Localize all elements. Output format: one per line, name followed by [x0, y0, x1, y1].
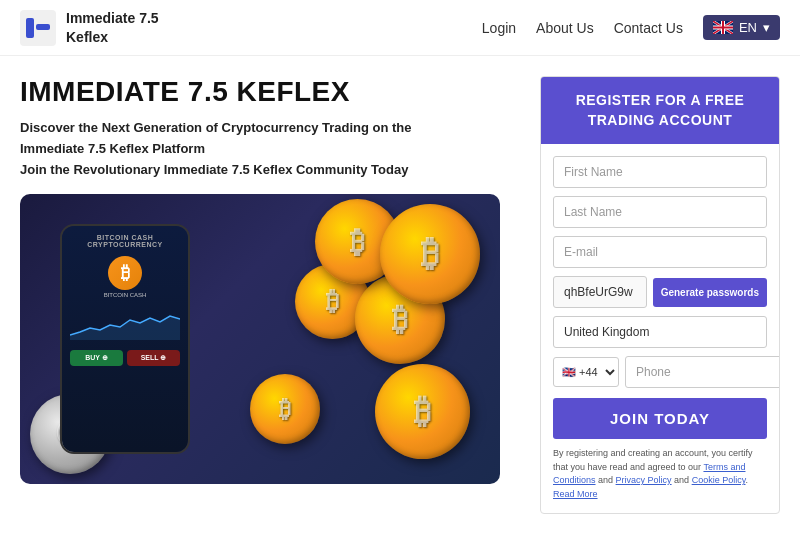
generate-password-button[interactable]: Generate passwords — [653, 278, 767, 307]
header: Immediate 7.5 Keflex Login About Us Cont… — [0, 0, 800, 56]
phone-screen-title: BITCOIN CASHCRYPTOCURRENCY — [70, 234, 180, 248]
privacy-policy-link[interactable]: Privacy Policy — [616, 475, 672, 485]
password-row: qhBfeUrG9w Generate passwords — [553, 276, 767, 308]
password-value: qhBfeUrG9w — [553, 276, 647, 308]
language-selector[interactable]: EN ▾ — [703, 15, 780, 40]
uk-flag-icon — [713, 21, 733, 34]
registration-form: REGISTER FOR A FREE TRADING ACCOUNT qhBf… — [540, 76, 780, 514]
crypto-hero-image: BITCOIN CASHCRYPTOCURRENCY ₿ BITCOIN CAS… — [20, 194, 500, 484]
first-name-input[interactable] — [553, 156, 767, 188]
svg-rect-11 — [713, 27, 733, 29]
read-more-link[interactable]: Read More — [553, 489, 598, 499]
country-field-wrapper: United Kingdom United States Germany Fra… — [553, 316, 767, 348]
bitcoin-coin-6: ₿ — [250, 374, 320, 444]
form-body: qhBfeUrG9w Generate passwords United Kin… — [541, 144, 779, 513]
phone-input[interactable] — [625, 356, 780, 388]
cookie-policy-link[interactable]: Cookie Policy — [692, 475, 746, 485]
form-title: REGISTER FOR A FREE TRADING ACCOUNT — [541, 77, 779, 144]
phone-mockup: BITCOIN CASHCRYPTOCURRENCY ₿ BITCOIN CAS… — [60, 224, 190, 454]
buy-button-phone: BUY ⊕ — [70, 350, 123, 366]
main-content: IMMEDIATE 7.5 KEFLEX Discover the Next G… — [0, 56, 800, 514]
main-nav: Login About Us Contact Us EN ▾ — [482, 15, 780, 40]
svg-rect-1 — [26, 18, 34, 38]
chart — [70, 310, 180, 340]
btc-logo: ₿ — [108, 256, 142, 290]
nav-about[interactable]: About Us — [536, 20, 594, 36]
bitcoin-coin-5: ₿ — [375, 364, 470, 459]
last-name-input[interactable] — [553, 196, 767, 228]
lang-label: EN — [739, 20, 757, 35]
registration-panel: REGISTER FOR A FREE TRADING ACCOUNT qhBf… — [540, 76, 780, 514]
terms-text: By registering and creating an account, … — [553, 447, 767, 501]
bitcoin-coin-1: ₿ — [380, 204, 480, 304]
page-subtitle: Discover the Next Generation of Cryptocu… — [20, 118, 520, 180]
logo-area: Immediate 7.5 Keflex — [20, 9, 159, 45]
nav-contact[interactable]: Contact Us — [614, 20, 683, 36]
country-code-select[interactable]: 🇬🇧 +44 🇺🇸 +1 🇩🇪 +49 — [553, 357, 619, 387]
btc-label: BITCOIN CASH — [104, 292, 147, 298]
page-title: IMMEDIATE 7.5 KEFLEX — [20, 76, 520, 108]
lang-dropdown-icon: ▾ — [763, 20, 770, 35]
phone-row: 🇬🇧 +44 🇺🇸 +1 🇩🇪 +49 — [553, 356, 767, 388]
country-select[interactable]: United Kingdom United States Germany Fra… — [553, 316, 767, 348]
left-panel: IMMEDIATE 7.5 KEFLEX Discover the Next G… — [20, 76, 520, 514]
sell-button-phone: SELL ⊕ — [127, 350, 180, 366]
join-today-button[interactable]: JOIN TODAY — [553, 398, 767, 439]
brand-name: Immediate 7.5 Keflex — [66, 9, 159, 45]
email-input[interactable] — [553, 236, 767, 268]
brand-logo-icon — [20, 10, 56, 46]
svg-rect-2 — [36, 24, 50, 30]
trade-buttons: BUY ⊕ SELL ⊕ — [70, 350, 180, 366]
nav-login[interactable]: Login — [482, 20, 516, 36]
